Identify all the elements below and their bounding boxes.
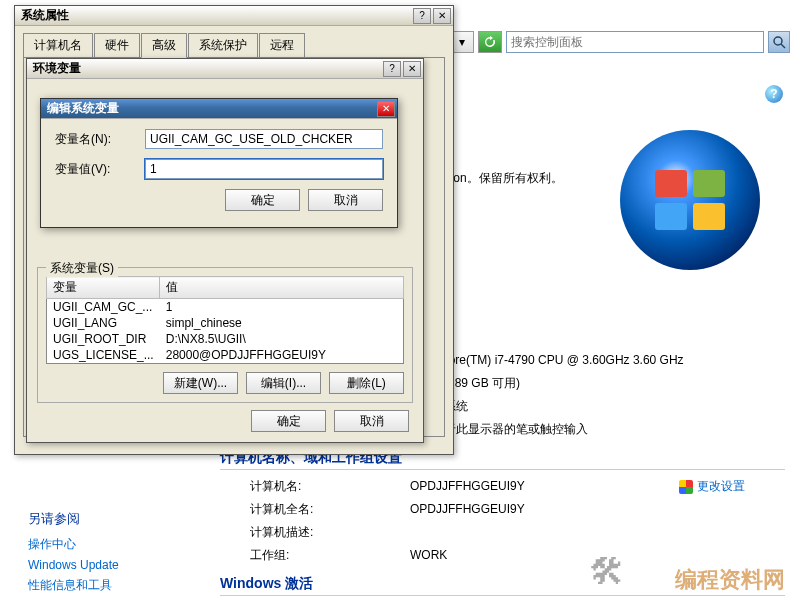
change-settings-link[interactable]: 更改设置 xyxy=(679,476,745,496)
wrench-icon: 🛠 xyxy=(589,551,625,593)
search-icon xyxy=(772,35,786,49)
var-name-input[interactable] xyxy=(145,129,383,149)
cancel-button[interactable]: 取消 xyxy=(308,189,383,211)
envvars-titlebar: 环境变量 ? ✕ xyxy=(27,59,423,79)
delete-button[interactable]: 删除(L) xyxy=(329,372,404,394)
envvars-title: 环境变量 xyxy=(33,60,381,77)
pen-value: 可用于此显示器的笔或触控输入 xyxy=(420,419,785,439)
system-vars-label: 系统变量(S) xyxy=(46,260,118,277)
address-toolbar: ▾ xyxy=(450,28,790,56)
col-variable[interactable]: 变量 xyxy=(47,277,160,299)
tab-computer-name[interactable]: 计算机名 xyxy=(23,33,93,58)
sysprop-title: 系统属性 xyxy=(21,7,411,24)
system-vars-fieldset: 系统变量(S) 变量值 UGII_CAM_GC_...1 UGII_LANGsi… xyxy=(37,267,413,403)
var-name-label: 变量名(N): xyxy=(55,131,145,148)
svg-point-0 xyxy=(774,37,782,45)
workgroup-label: 工作组: xyxy=(250,545,410,565)
see-also-panel: 另请参阅 操作中心 Windows Update 性能信息和工具 xyxy=(28,510,119,599)
editvar-titlebar: 编辑系统变量 ✕ xyxy=(41,99,397,119)
help-icon[interactable]: ? xyxy=(765,85,783,103)
close-button[interactable]: ✕ xyxy=(377,101,395,117)
sysprop-titlebar: 系统属性 ? ✕ xyxy=(15,6,453,26)
ostype-value: 操作系统 xyxy=(420,396,785,416)
table-row[interactable]: UGII_LANGsimpl_chinese xyxy=(47,315,404,331)
close-button[interactable]: ✕ xyxy=(433,8,451,24)
fullname-value: OPDJJFFHGGEUI9Y xyxy=(410,499,785,519)
performance-link[interactable]: 性能信息和工具 xyxy=(28,577,119,594)
help-button[interactable]: ? xyxy=(413,8,431,24)
table-row[interactable]: UGII_ROOT_DIRD:\NX8.5\UGII\ xyxy=(47,331,404,347)
tab-advanced[interactable]: 高级 xyxy=(141,33,187,58)
var-value-input[interactable] xyxy=(145,159,383,179)
cpu-value: (R) Core(TM) i7-4790 CPU @ 3.60GHz 3.60 … xyxy=(420,350,785,370)
new-button[interactable]: 新建(W)... xyxy=(163,372,238,394)
search-input[interactable] xyxy=(506,31,764,53)
computer-name-label: 计算机名: xyxy=(250,476,410,496)
sysprop-tabs: 计算机名 硬件 高级 系统保护 远程 xyxy=(15,26,453,57)
var-value-label: 变量值(V): xyxy=(55,161,145,178)
ok-button[interactable]: 确定 xyxy=(225,189,300,211)
edit-button[interactable]: 编辑(I)... xyxy=(246,372,321,394)
svg-line-1 xyxy=(781,44,785,48)
desc-label: 计算机描述: xyxy=(250,522,410,542)
watermark-text: 编程资料网 xyxy=(675,565,785,595)
col-value[interactable]: 值 xyxy=(160,277,404,299)
editvar-title: 编辑系统变量 xyxy=(47,100,375,117)
system-vars-table[interactable]: 变量值 UGII_CAM_GC_...1 UGII_LANGsimpl_chin… xyxy=(46,276,404,364)
tab-remote[interactable]: 远程 xyxy=(259,33,305,58)
tab-protection[interactable]: 系统保护 xyxy=(188,33,258,58)
help-button[interactable]: ? xyxy=(383,61,401,77)
table-row[interactable]: UGII_CAM_GC_...1 xyxy=(47,299,404,316)
refresh-icon xyxy=(484,36,496,48)
windows-update-link[interactable]: Windows Update xyxy=(28,558,119,572)
see-also-heading: 另请参阅 xyxy=(28,510,119,528)
edit-variable-dialog: 编辑系统变量 ✕ 变量名(N): 变量值(V): 确定 取消 xyxy=(40,98,398,228)
action-center-link[interactable]: 操作中心 xyxy=(28,536,119,553)
table-row[interactable]: UGS_LICENSE_...28000@OPDJJFFHGGEUI9Y xyxy=(47,347,404,364)
fullname-label: 计算机全名: xyxy=(250,499,410,519)
refresh-button[interactable] xyxy=(478,31,502,53)
ok-button[interactable]: 确定 xyxy=(251,410,326,432)
cancel-button[interactable]: 取消 xyxy=(334,410,409,432)
copyright-text: oration。保留所有权利。 xyxy=(430,170,785,187)
shield-icon xyxy=(679,480,693,494)
search-button[interactable] xyxy=(768,31,790,53)
ram-value: GB (7.89 GB 可用) xyxy=(420,373,785,393)
tab-hardware[interactable]: 硬件 xyxy=(94,33,140,58)
close-button[interactable]: ✕ xyxy=(403,61,421,77)
